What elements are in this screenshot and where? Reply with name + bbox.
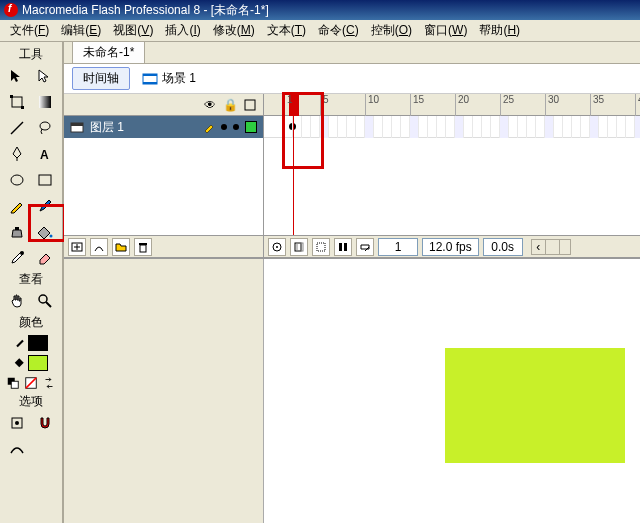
zoom-tool[interactable] bbox=[33, 290, 57, 312]
stroke-color-swatch[interactable] bbox=[28, 335, 48, 351]
menu-f[interactable]: 文件(F) bbox=[4, 20, 55, 41]
option-snap-button[interactable] bbox=[5, 412, 29, 434]
frame-cell[interactable] bbox=[356, 116, 365, 138]
menu-w[interactable]: 窗口(W) bbox=[418, 20, 473, 41]
lasso-tool[interactable] bbox=[33, 117, 57, 139]
frame-cell[interactable] bbox=[383, 116, 392, 138]
frame-cell[interactable] bbox=[401, 116, 410, 138]
no-color-button[interactable] bbox=[23, 375, 39, 391]
delete-layer-button[interactable] bbox=[134, 238, 152, 256]
oval-tool[interactable] bbox=[5, 169, 29, 191]
frame-cell[interactable] bbox=[437, 116, 446, 138]
brush-tool[interactable] bbox=[33, 195, 57, 217]
frame-cell[interactable] bbox=[284, 116, 293, 138]
frame-cell[interactable] bbox=[509, 116, 518, 138]
onion-skin-outlines-button[interactable] bbox=[312, 238, 330, 256]
frame-cell[interactable] bbox=[482, 116, 491, 138]
pen-tool[interactable] bbox=[5, 143, 29, 165]
frame-cell[interactable] bbox=[545, 116, 554, 138]
layer-visibility-dot[interactable] bbox=[221, 124, 227, 130]
frame-cell[interactable] bbox=[365, 116, 374, 138]
frame-cell[interactable] bbox=[599, 116, 608, 138]
outline-icon[interactable] bbox=[243, 98, 257, 112]
menu-t[interactable]: 文本(T) bbox=[261, 20, 312, 41]
frame-cell[interactable] bbox=[347, 116, 356, 138]
scene-selector[interactable]: 场景 1 bbox=[142, 70, 196, 87]
rectangle-tool[interactable] bbox=[33, 169, 57, 191]
frame-cell[interactable] bbox=[302, 116, 311, 138]
frame-cell[interactable] bbox=[392, 116, 401, 138]
scroll-left-button[interactable]: ‹ bbox=[532, 240, 546, 254]
frame-cell[interactable] bbox=[572, 116, 581, 138]
subselection-tool[interactable] bbox=[33, 65, 57, 87]
frame-cell[interactable] bbox=[563, 116, 572, 138]
hand-tool[interactable] bbox=[5, 290, 29, 312]
default-colors-button[interactable] bbox=[5, 375, 21, 391]
stage-rectangle-shape[interactable] bbox=[445, 348, 625, 463]
fill-color-swatch[interactable] bbox=[28, 355, 48, 371]
frame-cell[interactable] bbox=[464, 116, 473, 138]
option-magnet-button[interactable] bbox=[33, 412, 57, 434]
frame-cell[interactable] bbox=[608, 116, 617, 138]
menu-h[interactable]: 帮助(H) bbox=[473, 20, 526, 41]
new-layer-button[interactable] bbox=[68, 238, 86, 256]
frames-row[interactable] bbox=[264, 116, 640, 138]
frame-cell[interactable] bbox=[338, 116, 347, 138]
frame-cell[interactable] bbox=[473, 116, 482, 138]
gradient-transform-tool[interactable] bbox=[33, 91, 57, 113]
timeline-ruler[interactable]: 1510152025303540 bbox=[264, 94, 640, 116]
frame-cell[interactable] bbox=[536, 116, 545, 138]
menu-m[interactable]: 修改(M) bbox=[207, 20, 261, 41]
frame-cell[interactable] bbox=[500, 116, 509, 138]
timeline-label[interactable]: 时间轴 bbox=[72, 67, 130, 90]
frame-cell[interactable] bbox=[626, 116, 635, 138]
pencil-tool[interactable] bbox=[5, 195, 29, 217]
swap-colors-button[interactable] bbox=[41, 375, 57, 391]
frame-cell[interactable] bbox=[554, 116, 563, 138]
frame-cell[interactable] bbox=[428, 116, 437, 138]
frame-cell[interactable] bbox=[374, 116, 383, 138]
frame-cell[interactable] bbox=[518, 116, 527, 138]
menu-i[interactable]: 插入(I) bbox=[159, 20, 206, 41]
frame-cell[interactable] bbox=[329, 116, 338, 138]
center-frame-button[interactable] bbox=[268, 238, 286, 256]
ink-bottle-tool[interactable] bbox=[5, 221, 29, 243]
edit-multiple-frames-button[interactable] bbox=[334, 238, 352, 256]
menu-e[interactable]: 编辑(E) bbox=[55, 20, 107, 41]
frame-cell[interactable] bbox=[635, 116, 640, 138]
frame-cell[interactable] bbox=[491, 116, 500, 138]
layer-row[interactable]: 图层 1 bbox=[64, 116, 263, 138]
selection-tool[interactable] bbox=[5, 65, 29, 87]
menu-c[interactable]: 命令(C) bbox=[312, 20, 365, 41]
frame-cell[interactable] bbox=[446, 116, 455, 138]
menu-o[interactable]: 控制(O) bbox=[365, 20, 418, 41]
frame-cell[interactable] bbox=[410, 116, 419, 138]
layer-lock-dot[interactable] bbox=[233, 124, 239, 130]
eraser-tool[interactable] bbox=[33, 247, 57, 269]
option-smooth-button[interactable] bbox=[5, 438, 29, 460]
eye-icon[interactable]: 👁 bbox=[203, 98, 217, 112]
frame-cell[interactable] bbox=[419, 116, 428, 138]
document-tab[interactable]: 未命名-1* bbox=[72, 41, 145, 63]
frame-cell[interactable] bbox=[455, 116, 464, 138]
modify-onion-markers-button[interactable] bbox=[356, 238, 374, 256]
layer-outline-color[interactable] bbox=[245, 121, 257, 133]
frame-cell[interactable] bbox=[311, 116, 320, 138]
frame-cell[interactable] bbox=[617, 116, 626, 138]
frame-cell[interactable] bbox=[293, 116, 302, 138]
onion-skin-button[interactable] bbox=[290, 238, 308, 256]
free-transform-tool[interactable] bbox=[5, 91, 29, 113]
eyedropper-tool[interactable] bbox=[5, 247, 29, 269]
menu-v[interactable]: 视图(V) bbox=[107, 20, 159, 41]
horizontal-scrollbar[interactable]: ‹ bbox=[531, 239, 571, 255]
frame-cell[interactable] bbox=[320, 116, 329, 138]
lock-icon[interactable]: 🔒 bbox=[223, 98, 237, 112]
text-tool[interactable]: A bbox=[33, 143, 57, 165]
frame-cell[interactable] bbox=[590, 116, 599, 138]
frame-cell[interactable] bbox=[581, 116, 590, 138]
new-folder-button[interactable] bbox=[112, 238, 130, 256]
line-tool[interactable] bbox=[5, 117, 29, 139]
stage[interactable] bbox=[264, 259, 640, 523]
new-motion-guide-button[interactable] bbox=[90, 238, 108, 256]
paint-bucket-tool[interactable] bbox=[33, 221, 57, 243]
